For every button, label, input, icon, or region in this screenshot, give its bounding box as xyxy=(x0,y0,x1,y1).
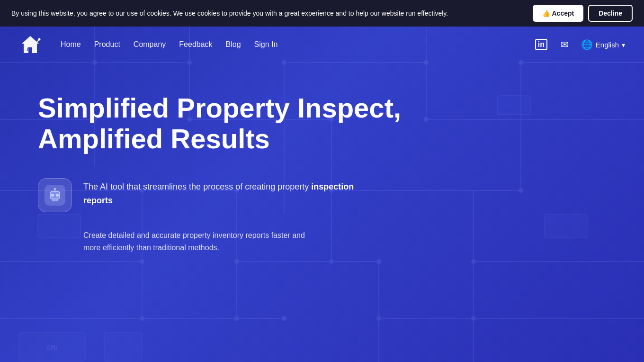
linkedin-icon: in xyxy=(535,39,547,50)
globe-icon: 🌐 xyxy=(581,39,593,50)
hero-body-text: Create detailed and accurate property in… xyxy=(83,229,320,254)
svg-point-55 xyxy=(38,38,41,41)
svg-rect-61 xyxy=(52,199,58,201)
nav-link-blog[interactable]: Blog xyxy=(226,40,241,48)
svg-point-60 xyxy=(54,188,56,190)
nav-item-company[interactable]: Company xyxy=(134,40,166,49)
mail-icon: ✉ xyxy=(561,39,569,50)
ai-robot-icon xyxy=(46,187,63,204)
mail-button[interactable]: ✉ xyxy=(557,37,572,52)
cookie-banner: By using this website, you agree to our … xyxy=(0,0,644,27)
nav-link-product[interactable]: Product xyxy=(94,40,120,48)
logo[interactable]: AI xyxy=(19,33,42,56)
hero-subtitle-text: The AI tool that streamlines the process… xyxy=(83,182,311,191)
logo-icon: AI xyxy=(19,33,42,56)
navbar-left: AI Home Product Company Feedback xyxy=(19,33,277,56)
language-selector[interactable]: 🌐 English ▾ xyxy=(581,39,625,50)
navbar: AI Home Product Company Feedback xyxy=(0,25,644,64)
hero-description: The AI tool that streamlines the process… xyxy=(83,178,369,208)
nav-link-home[interactable]: Home xyxy=(61,40,81,48)
ai-icon xyxy=(45,185,65,206)
hero-section: Simplified Property Inspect, Amplified R… xyxy=(0,64,644,273)
hero-title-line1: Simplified Property Inspect, xyxy=(38,92,401,123)
nav-links: Home Product Company Feedback Blog Sign … xyxy=(61,40,277,49)
svg-point-58 xyxy=(56,194,59,197)
hero-subtitle-block: The AI tool that streamlines the process… xyxy=(38,178,369,212)
ai-icon-container xyxy=(38,178,72,212)
nav-item-feedback[interactable]: Feedback xyxy=(179,40,212,49)
cookie-actions: 👍 Accept Decline xyxy=(533,5,633,22)
accept-button[interactable]: 👍 Accept xyxy=(533,5,583,22)
nav-item-blog[interactable]: Blog xyxy=(226,40,241,49)
nav-item-product[interactable]: Product xyxy=(94,40,120,49)
hero-title: Simplified Property Inspect, Amplified R… xyxy=(38,93,426,154)
cookie-message: By using this website, you agree to our … xyxy=(11,9,525,18)
nav-link-signin[interactable]: Sign In xyxy=(254,40,278,48)
chevron-down-icon: ▾ xyxy=(622,41,625,49)
language-label: English xyxy=(596,41,619,49)
decline-button[interactable]: Decline xyxy=(588,5,633,22)
nav-link-company[interactable]: Company xyxy=(134,40,166,48)
nav-item-signin[interactable]: Sign In xyxy=(254,40,278,49)
svg-text:AI: AI xyxy=(27,47,31,52)
nav-link-feedback[interactable]: Feedback xyxy=(179,40,212,48)
linkedin-button[interactable]: in xyxy=(534,37,549,52)
navbar-right: in ✉ 🌐 English ▾ xyxy=(534,37,625,52)
nav-item-home[interactable]: Home xyxy=(61,40,81,49)
hero-title-line2: Amplified Results xyxy=(38,123,270,154)
page-wrapper: CPU AI Hom xyxy=(0,25,644,362)
